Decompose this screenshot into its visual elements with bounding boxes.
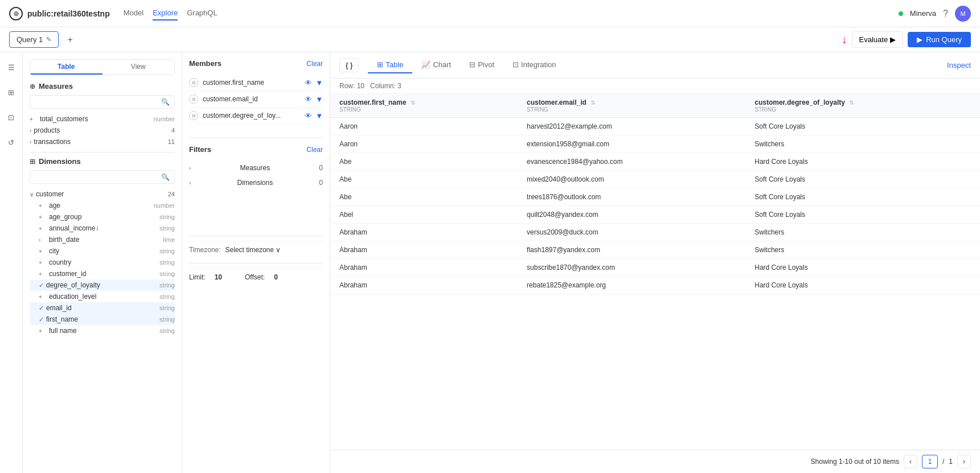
timezone-row: Timezone: Select timezone ∨: [189, 241, 323, 258]
filter-icon-2[interactable]: ▼: [315, 95, 323, 104]
evaluate-button[interactable]: Evaluate ▶: [852, 31, 904, 48]
nav-graphql[interactable]: GraphQL: [187, 6, 217, 20]
dim-first-name[interactable]: ✓ first_name string: [30, 314, 175, 325]
table-row: Abelquilt2048@yandex.comSoft Core Loyals: [330, 206, 980, 224]
eye-icon-1[interactable]: 👁: [305, 79, 312, 87]
view-toggle: Table View: [30, 59, 175, 75]
total-customers-label: total_customers: [40, 115, 88, 123]
members-clear-button[interactable]: Clear: [306, 60, 323, 68]
dim-degree-loyalty[interactable]: ✓ degree_of_loyalty string: [30, 279, 175, 291]
user-name: Minerva: [910, 9, 936, 18]
table-cell: Aaron: [330, 118, 518, 135]
dim-country[interactable]: + country string: [30, 257, 175, 268]
eye-icon-2[interactable]: 👁: [305, 95, 312, 104]
tab-pivot[interactable]: ⊟ Pivot: [460, 57, 503, 73]
sidebar-menu-icon[interactable]: ☰: [3, 59, 19, 75]
full-name-label: full name: [49, 327, 77, 335]
expand-icon-birth: ›: [39, 237, 47, 243]
page-separator: /: [942, 458, 944, 466]
dimensions-search-input[interactable]: [35, 173, 161, 181]
sidebar-history-icon[interactable]: ↺: [3, 134, 19, 150]
table-toggle-btn[interactable]: Table: [30, 60, 102, 75]
code-button[interactable]: { }: [339, 58, 359, 72]
inspect-button[interactable]: Inspect: [947, 61, 971, 69]
tab-integration[interactable]: ⊡ Integration: [503, 57, 565, 73]
dimensions-search-box[interactable]: 🔍: [30, 170, 175, 184]
measures-search-input[interactable]: [35, 98, 161, 106]
table-row: Abemixed2040@outlook.comSoft Core Loyals: [330, 171, 980, 188]
add-tab-button[interactable]: +: [63, 33, 77, 47]
dim-city[interactable]: + city string: [30, 245, 175, 257]
table-row: Abrahamsubscribe1870@yandex.comHard Core…: [330, 259, 980, 277]
dim-birth-date[interactable]: › birth_date time: [30, 234, 175, 245]
measures-total-customers[interactable]: + total_customers number: [30, 113, 175, 125]
age-label: age: [49, 201, 60, 209]
age-group-label: age_group: [49, 213, 81, 221]
content-area: { } ⊞ Table 📈 Chart ⊟ Pivot ⊡ Integratio…: [330, 52, 980, 473]
transactions-group[interactable]: › transactions 11: [30, 136, 175, 147]
avatar[interactable]: M: [955, 6, 971, 22]
filter-icon-3[interactable]: ▼: [315, 112, 323, 120]
table-cell: quilt2048@yandex.com: [518, 206, 745, 224]
products-group[interactable]: › products 4: [30, 125, 175, 136]
col-degree-loyalty[interactable]: customer.degree_of_loyalty ⇅ STRING: [745, 94, 980, 118]
run-query-button[interactable]: ▶ Run Query: [908, 32, 971, 47]
next-page-button[interactable]: ›: [957, 455, 971, 468]
prev-page-button[interactable]: ‹: [904, 455, 917, 468]
filters-title: Filters: [189, 145, 211, 154]
measures-search-box[interactable]: 🔍: [30, 95, 175, 109]
current-page[interactable]: 1: [922, 455, 938, 468]
customer-group[interactable]: ∨ customer 24: [30, 188, 175, 200]
filter-measures-row[interactable]: › Measures 0: [189, 161, 323, 175]
dim-email-id[interactable]: ✓ email_id string: [30, 302, 175, 314]
eye-icon-3[interactable]: 👁: [305, 112, 312, 120]
nav-model[interactable]: Model: [124, 6, 143, 20]
check-icon-email: ✓: [39, 305, 44, 312]
customer-count: 24: [168, 191, 175, 198]
edit-icon[interactable]: ✎: [46, 36, 51, 43]
dim-annual-income[interactable]: + annual_income ℹ string: [30, 223, 175, 234]
dim-full-name[interactable]: + full name string: [30, 325, 175, 336]
dim-age[interactable]: + age number: [30, 200, 175, 211]
filter-dimensions-label: Dimensions: [237, 179, 273, 187]
col-first-name[interactable]: customer.first_name ⇅ STRING: [330, 94, 518, 118]
member-actions-3: 👁 ▼: [305, 112, 323, 120]
timezone-select[interactable]: Select timezone ∨: [225, 246, 281, 254]
view-toggle-btn[interactable]: View: [102, 60, 175, 75]
help-icon[interactable]: ?: [943, 9, 948, 19]
filter-measures-label: Measures: [240, 164, 270, 172]
table-area[interactable]: customer.first_name ⇅ STRING customer.em…: [330, 94, 980, 450]
row-info: Row: 10: [339, 82, 364, 90]
transactions-count: 11: [168, 138, 175, 145]
table-row: Abrahamflash1897@yandex.comSwitchers: [330, 241, 980, 259]
tab-chart[interactable]: 📈 Chart: [412, 57, 460, 73]
birth-date-type: time: [163, 236, 175, 243]
dim-education[interactable]: + education_level string: [30, 291, 175, 302]
col-email-id[interactable]: customer.email_id ⇅ STRING: [518, 94, 745, 118]
query-tab[interactable]: Query 1 ✎: [9, 31, 59, 48]
limit-value[interactable]: 10: [215, 273, 222, 281]
member-circle-icon-2: ⊙: [189, 94, 198, 104]
table-cell: Abe: [330, 153, 518, 171]
table-cell: flash1897@yandex.com: [518, 241, 745, 259]
annual-income-label: annual_income: [49, 224, 95, 232]
plus-icon-age: +: [39, 203, 47, 209]
sidebar-query-icon[interactable]: ⊡: [3, 109, 19, 125]
tabs-bar: Query 1 ✎ + ↓ Evaluate ▶ ▶ Run Query: [0, 27, 980, 52]
email-id-type: string: [159, 305, 175, 311]
offset-value[interactable]: 0: [274, 273, 278, 281]
filter-icon-1[interactable]: ▼: [315, 79, 323, 87]
filters-clear-button[interactable]: Clear: [306, 146, 323, 154]
dim-age-group[interactable]: + age_group string: [30, 211, 175, 223]
tab-table[interactable]: ⊞ Table: [368, 57, 412, 73]
table-row: Aaronharvest2012@example.comSoft Core Lo…: [330, 118, 980, 135]
dim-customer-id[interactable]: + customer_id string: [30, 268, 175, 279]
chart-icon: 📈: [421, 60, 430, 69]
table-body: Aaronharvest2012@example.comSoft Core Lo…: [330, 118, 980, 294]
plus-icon-income: +: [39, 225, 47, 232]
sidebar-table-icon[interactable]: ⊞: [3, 84, 19, 100]
nav-explore[interactable]: Explore: [153, 6, 178, 20]
filter-dimensions-row[interactable]: › Dimensions 0: [189, 175, 323, 190]
education-label: education_level: [49, 293, 96, 301]
annual-income-type: string: [159, 225, 175, 232]
